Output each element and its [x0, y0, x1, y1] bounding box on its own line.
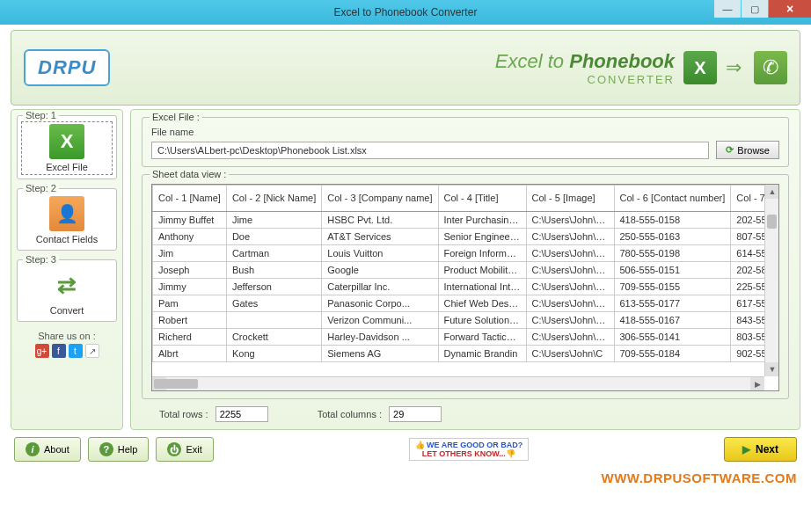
table-cell: Anthony — [153, 229, 227, 245]
exit-button[interactable]: Exit — [156, 437, 213, 462]
table-cell: Bush — [226, 262, 321, 279]
table-row[interactable]: AlbrtKongSiemens AGDynamic BrandinC:\Use… — [153, 346, 765, 362]
excel-file-icon — [49, 124, 84, 159]
help-icon — [99, 442, 113, 456]
sheet-table[interactable]: Col - 1 [Name]Col - 2 [Nick Name]Col - 3… — [152, 185, 764, 362]
table-cell: C:\Users\John\C... — [526, 329, 614, 346]
excel-group-label: Excel File : — [150, 112, 202, 122]
table-row[interactable]: Jimmy BuffetJimeHSBC Pvt. Ltd.Inter Purc… — [153, 212, 765, 229]
table-cell: C:\Users\John\C... — [526, 229, 614, 245]
table-cell: Kong — [226, 346, 321, 362]
table-cell: 843-555-0123 — [731, 312, 764, 329]
horizontal-scroll-thumb[interactable] — [154, 379, 198, 389]
file-path-input[interactable] — [151, 142, 709, 159]
table-cell: Robert — [153, 312, 227, 329]
table-cell: 418-555-0167 — [614, 312, 731, 329]
arrow-icon: ⇒ — [726, 56, 745, 79]
column-header[interactable]: Col - 6 [Contact number] — [614, 186, 731, 212]
feedback-banner[interactable]: 👍 WE ARE GOOD OR BAD? LET OTHERS KNOW...… — [409, 438, 530, 461]
minimize-button[interactable]: — — [714, 0, 741, 18]
phonebook-icon — [754, 51, 787, 84]
table-cell: Pam — [153, 295, 227, 312]
maximize-button[interactable]: ▢ — [742, 0, 768, 18]
table-cell: 613-555-0177 — [614, 295, 731, 312]
column-header[interactable]: Col - 3 [Company name] — [322, 186, 438, 212]
step-convert[interactable]: Convert — [21, 266, 113, 317]
table-cell: Louis Vuitton — [322, 245, 438, 262]
column-header[interactable]: Col - 4 [Title] — [438, 186, 526, 212]
table-cell: C:\Users\John\C... — [526, 212, 614, 229]
vertical-scrollbar[interactable]: ▲ ▼ — [764, 185, 778, 376]
browse-button[interactable]: Browse — [716, 141, 779, 159]
table-cell: Richerd — [153, 329, 227, 346]
banner: DRPU Excel to Phonebook CONVERTER ⇒ — [11, 30, 800, 106]
banner-subtitle: CONVERTER — [495, 73, 675, 86]
next-button[interactable]: Next — [724, 437, 797, 462]
table-cell: Jimmy Buffet — [153, 212, 227, 229]
google-plus-icon[interactable]: g+ — [35, 344, 49, 358]
table-cell: Inter Purchasing ... — [438, 212, 526, 229]
scroll-right-icon[interactable]: ▶ — [750, 377, 764, 391]
table-cell: 506-555-0151 — [614, 262, 731, 279]
about-button[interactable]: About — [14, 437, 81, 462]
scroll-down-icon[interactable]: ▼ — [765, 362, 779, 376]
table-cell: AT&T Services — [322, 229, 438, 245]
table-cell: Future Solutions ... — [438, 312, 526, 329]
table-cell: HSBC Pvt. Ltd. — [322, 212, 438, 229]
table-cell: C:\Users\John\C... — [526, 295, 614, 312]
table-cell: C:\Users\John\C... — [526, 312, 614, 329]
table-cell: 807-555-0137 — [731, 229, 764, 245]
total-cols-value — [389, 406, 442, 422]
table-row[interactable]: JimmyJeffersonCaterpillar Inc.Internatio… — [153, 279, 765, 295]
table-cell: Chief Web Desig... — [438, 295, 526, 312]
table-row[interactable]: RobertVerizon Communi...Future Solutions… — [153, 312, 765, 329]
window-title: Excel to Phonebook Converter — [334, 6, 478, 18]
table-cell: Jefferson — [226, 279, 321, 295]
table-cell: Verizon Communi... — [322, 312, 438, 329]
facebook-icon[interactable]: f — [52, 344, 66, 358]
table-cell: Cartman — [226, 245, 321, 262]
step-2-legend: Step: 2 — [23, 183, 59, 193]
column-header[interactable]: Col - 1 [Name] — [153, 186, 227, 212]
share-link-icon[interactable]: ↗ — [85, 344, 99, 358]
table-cell: Gates — [226, 295, 321, 312]
exit-icon — [167, 442, 181, 456]
table-cell: Forward Tactics ... — [438, 329, 526, 346]
info-icon — [26, 442, 40, 456]
sheet-group-label: Sheet data view : — [150, 169, 229, 179]
twitter-icon[interactable]: t — [69, 344, 83, 358]
table-cell: Jim — [153, 245, 227, 262]
website-url: WWW.DRPUSOFTWARE.COM — [0, 469, 811, 489]
table-row[interactable]: RicherdCrockettHarley-Davidson ...Forwar… — [153, 329, 765, 346]
table-cell: Harley-Davidson ... — [322, 329, 438, 346]
logo: DRPU — [24, 49, 110, 86]
table-cell: Google — [322, 262, 438, 279]
total-rows-label: Total rows : — [159, 409, 208, 419]
table-cell: Dynamic Brandin — [438, 346, 526, 362]
column-header[interactable]: Col - 7 [Business number] — [731, 186, 764, 212]
column-header[interactable]: Col - 2 [Nick Name] — [226, 186, 321, 212]
step-contact-fields[interactable]: Contact Fields — [21, 194, 113, 246]
table-cell: 225-555-0104 — [731, 279, 764, 295]
vertical-scroll-thumb[interactable] — [767, 215, 777, 229]
table-cell: Albrt — [153, 346, 227, 362]
help-button[interactable]: Help — [88, 437, 150, 462]
file-name-label: File name — [151, 127, 779, 137]
table-cell: 202-585-0124 — [731, 262, 764, 279]
table-cell: C:\Users\John\C — [526, 346, 614, 362]
close-button[interactable]: × — [769, 0, 811, 18]
table-cell: Doe — [226, 229, 321, 245]
horizontal-scrollbar[interactable]: ◀ ▶ — [152, 376, 764, 390]
column-header[interactable]: Col - 5 [Image] — [526, 186, 614, 212]
table-cell: Product Mobility ... — [438, 262, 526, 279]
table-cell: Crockett — [226, 329, 321, 346]
share-label: Share us on : — [17, 331, 117, 341]
table-row[interactable]: PamGatesPanasonic Corpo...Chief Web Desi… — [153, 295, 765, 312]
step-2-label: Contact Fields — [36, 234, 98, 244]
table-row[interactable]: JimCartmanLouis VuittonForeign Informati… — [153, 245, 765, 262]
table-row[interactable]: AnthonyDoeAT&T ServicesSenior Engineerin… — [153, 229, 765, 245]
step-excel-file[interactable]: Excel File — [21, 121, 113, 175]
scroll-up-icon[interactable]: ▲ — [765, 185, 779, 199]
table-row[interactable]: JosephBushGoogleProduct Mobility ...C:\U… — [153, 262, 765, 279]
table-cell: 202-555-0173 — [731, 212, 764, 229]
